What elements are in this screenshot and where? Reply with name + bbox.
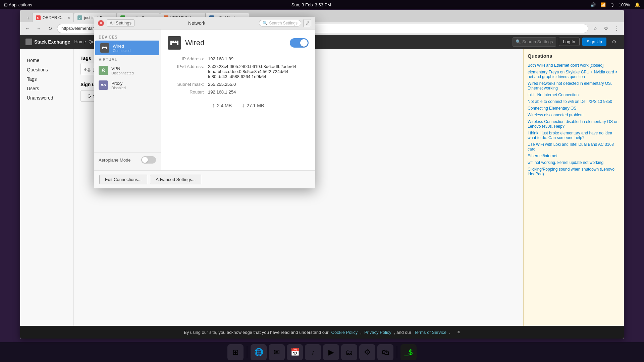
notifications-icon[interactable]: 🔔 — [635, 2, 640, 7]
question-link-1[interactable]: elementary Freya on Skylake CPU + Nvidia… — [528, 69, 620, 80]
applications-menu[interactable]: ⊞ Applications — [4, 2, 32, 7]
se-sidebar-tags[interactable]: Tags — [24, 74, 69, 84]
modal-expand-button[interactable]: ⤢ — [303, 19, 311, 27]
se-search-placeholder: Search Settings — [522, 39, 553, 44]
question-link-9[interactable]: Use WiFi with Loki and Intel Dual Band A… — [528, 141, 620, 153]
question-link-5[interactable]: Connecting Elementary OS — [528, 105, 620, 112]
questions-panel-title: Questions — [528, 53, 620, 59]
dock-files[interactable]: 🗂 — [341, 344, 357, 360]
modal-title: Network — [188, 20, 205, 26]
aeroplane-toggle-knob — [142, 157, 148, 163]
se-search-icon: 🔍 — [516, 39, 521, 44]
vpn-item-sub: Disconnected — [111, 71, 134, 75]
dock-calendar[interactable]: 📅 — [287, 344, 303, 360]
dock-system[interactable]: ⚙ — [359, 344, 375, 360]
terms-link[interactable]: Terms of Service — [414, 330, 446, 335]
bluetooth-icon[interactable]: ⬡ — [610, 2, 614, 7]
dock-video[interactable]: ▶ — [323, 344, 339, 360]
vpn-item-text: VPN Disconnected — [111, 66, 134, 75]
dock-separator-1 — [247, 346, 247, 358]
se-logo[interactable]: Stack Exchange — [25, 39, 70, 45]
modal-footer: Edit Connections... Advanced Settings... — [94, 170, 315, 188]
browser-tab-0[interactable]: M ORDER C... × — [32, 13, 74, 22]
question-link-10[interactable]: Ethernet/internet — [528, 153, 620, 159]
se-sidebar-home[interactable]: Home — [24, 56, 69, 65]
advanced-settings-button[interactable]: Advanced Settings... — [150, 175, 201, 184]
se-sidebar-users[interactable]: Users — [24, 84, 69, 93]
aeroplane-toggle[interactable] — [141, 156, 156, 164]
refresh-button[interactable]: ↻ — [46, 24, 55, 33]
devices-label: Devices — [94, 33, 161, 41]
se-nav-home[interactable]: Home — [74, 39, 86, 44]
dock-app-grid[interactable]: ⊞ — [227, 344, 244, 360]
proxy-item-sub: Disabled — [111, 86, 126, 90]
dock-browser[interactable]: 🌐 — [251, 344, 267, 360]
svg-point-6 — [101, 84, 103, 86]
svg-rect-11 — [177, 41, 178, 45]
back-button[interactable]: ← — [23, 24, 32, 33]
new-tab-button[interactable]: + — [24, 14, 32, 22]
sidebar-item-wired[interactable]: Wired Connected — [95, 41, 159, 55]
menu-icon[interactable]: ⋮ — [612, 24, 621, 33]
question-link-8[interactable]: I think I just broke elementary and have… — [528, 130, 620, 141]
ipv6-address-value: 2a00:23c4:f605:2400:b619:b8d6:adff:2ade/… — [208, 64, 296, 79]
ip-address-row: IP Address: 192.168.1.89 — [168, 56, 309, 61]
wired-header: Wired — [168, 36, 309, 50]
dock-appstore[interactable]: 🛍 — [377, 344, 393, 360]
system-bar: ⊞ Applications Sun, 3 Feb 3:53 PM 🔊 📶 ⬡ … — [0, 0, 644, 9]
wired-toggle[interactable] — [290, 38, 309, 48]
vpn-item-name: VPN — [111, 66, 134, 71]
privacy-policy-link[interactable]: Privacy Policy — [364, 330, 391, 335]
se-settings-icon[interactable]: ⚙ — [609, 37, 619, 47]
se-logo-text: Stack Exchange — [34, 39, 70, 45]
se-login-button[interactable]: Log In — [559, 38, 580, 46]
dock-music[interactable]: ♪ — [305, 344, 321, 360]
edit-connections-button[interactable]: Edit Connections... — [99, 175, 147, 184]
question-link-11[interactable]: wifi not working. kernel update not work… — [528, 159, 620, 166]
se-sidebar-questions[interactable]: Questions — [24, 65, 69, 74]
system-bar-right: 🔊 📶 ⬡ 100% 🔔 — [590, 2, 640, 7]
dock-separator-2 — [397, 346, 397, 358]
dock-mail[interactable]: ✉ — [269, 344, 285, 360]
dock-terminal[interactable]: _$ — [400, 344, 417, 360]
question-link-3[interactable]: loki - No Internet Connection — [528, 92, 620, 98]
subnet-row: Subnet mask: 255.255.255.0 — [168, 82, 309, 87]
network-icon[interactable]: 📶 — [600, 2, 606, 7]
svg-point-7 — [104, 84, 106, 86]
system-bar-center: Sun, 3 Feb 3:53 PM — [291, 2, 331, 7]
question-link-0[interactable]: Both WiFi and Ethernet don't work [close… — [528, 62, 620, 69]
modal-close-button[interactable]: × — [98, 20, 104, 26]
extensions-icon[interactable]: ⚙ — [601, 24, 610, 33]
all-settings-button[interactable]: All Settings — [107, 19, 135, 26]
se-sidebar-unanswered[interactable]: Unanswered — [24, 93, 69, 103]
svg-rect-4 — [105, 47, 106, 48]
se-signup-button[interactable]: Sign Up — [582, 38, 606, 46]
svg-rect-10 — [170, 41, 172, 45]
tab-close-0[interactable]: × — [68, 16, 70, 20]
sidebar-item-proxy[interactable]: Proxy Disabled — [94, 78, 161, 93]
download-arrow-icon: ↓ — [242, 103, 245, 109]
modal-sidebar: Devices Wired Connected — [94, 29, 161, 170]
modal-content-area: Wired IP Address: 192.168.1.89 IPv6 Addr… — [161, 29, 315, 170]
wired-main-title: Wired — [185, 39, 204, 47]
question-link-6[interactable]: Wireless disconnected problem — [528, 112, 620, 118]
taskbar: ⊞ 🌐 ✉ 📅 ♪ ▶ 🗂 ⚙ 🛍 _$ — [0, 342, 644, 362]
volume-icon[interactable]: 🔊 — [590, 2, 596, 7]
question-link-7[interactable]: Wireless Connection disabled in elementa… — [528, 118, 620, 130]
svg-rect-2 — [106, 47, 107, 49]
question-link-12[interactable]: Clicking/Popping sound when shutdown (Le… — [528, 166, 620, 177]
modal-search-bar[interactable]: 🔍 Search Settings — [259, 20, 301, 26]
svg-rect-3 — [103, 47, 104, 48]
svg-point-5 — [102, 69, 104, 71]
cookie-text: By using our site, you acknowledge that … — [184, 330, 328, 335]
question-link-2[interactable]: Wired networks not detected in elementar… — [528, 80, 620, 92]
question-link-4[interactable]: Not able to connect to wifi on Dell XPS … — [528, 98, 620, 105]
sidebar-item-vpn[interactable]: VPN Disconnected — [94, 63, 161, 78]
forward-button[interactable]: → — [34, 24, 44, 33]
proxy-icon-small — [99, 80, 108, 90]
svg-rect-12 — [172, 41, 174, 43]
bookmark-icon[interactable]: ☆ — [590, 24, 600, 33]
proxy-item-name: Proxy — [111, 81, 126, 86]
cookie-close-button[interactable]: × — [457, 329, 460, 335]
cookie-policy-link[interactable]: Cookie Policy — [331, 330, 358, 335]
